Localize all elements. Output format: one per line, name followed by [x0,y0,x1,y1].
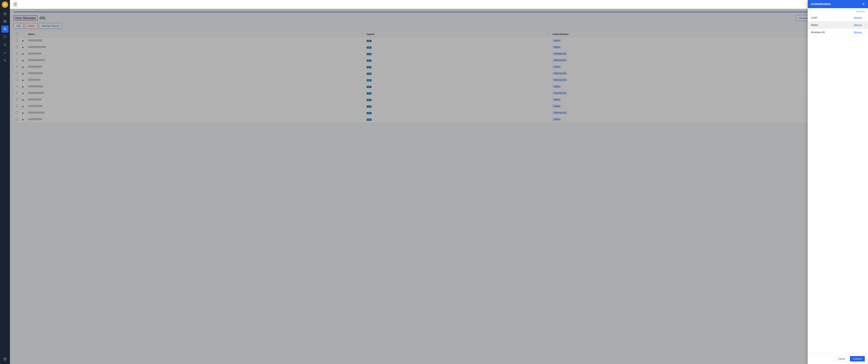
fullname-label: Fullname [808,8,868,14]
row-expand-button[interactable]: ▶ [22,39,24,42]
row-checkbox-cell [14,103,20,109]
row-expand-button[interactable]: ▶ [22,92,24,95]
sidebar-item-grid[interactable] [1,18,8,25]
auth-type-badge: Native [552,118,561,121]
auth-list-item-windows-ad[interactable]: Windows AD Remove › [808,29,868,36]
row-checkbox[interactable] [16,59,18,61]
row-name-cell [26,37,365,44]
row-name-cell [26,90,365,96]
row-checkbox[interactable] [16,98,18,101]
row-checkbox[interactable] [16,72,18,74]
cancel-button[interactable]: Cancel [835,356,848,362]
auth-list: LDAP Remove › Native Remove › Windows AD… [808,14,868,36]
row-checkbox[interactable] [16,65,18,68]
auth-type-badge: Windows AD [552,111,567,114]
row-checkbox[interactable] [16,118,18,120]
svg-line-16 [5,45,6,46]
row-expand-button[interactable]: ▶ [22,66,24,68]
manage-reports-button[interactable]: Manage Reports [39,23,62,29]
row-expand-button[interactable]: ▶ [22,118,24,121]
row-expand-button[interactable]: ▶ [22,99,24,101]
row-name-cell [26,51,365,57]
row-name-cell [26,77,365,83]
auth-list-item-ldap[interactable]: LDAP Remove › [808,14,868,22]
toolbar-row: Edit Delete Manage Reports [13,23,864,29]
name-sort-icon[interactable]: ↑ [36,33,37,35]
row-agents-cell: SAP [365,64,550,70]
auth-item-remove-link[interactable]: Remove [854,16,862,19]
agents-column-header: Agents ≡ [365,31,550,37]
row-checkbox[interactable] [16,52,18,55]
row-name-text [28,66,42,68]
row-expand-button[interactable]: ▶ [22,46,24,48]
row-expand-cell: ▶ [20,64,26,70]
sidebar-item-chart[interactable] [1,49,8,56]
row-expand-cell: ▶ [20,37,26,44]
row-expand-button[interactable]: ▶ [22,86,24,88]
continue-button[interactable]: Continue [850,356,865,362]
authentication-label: Authentication [552,33,568,35]
auth-type-badge: Native [552,65,561,68]
auth-type-badge: Windows AD [552,92,567,95]
edit-button[interactable]: Edit [13,23,23,29]
row-checkbox[interactable] [16,46,18,48]
row-agents-cell: SAP [365,90,550,96]
sap-icon: SAP [367,79,371,81]
row-expand-cell: ▶ [20,51,26,57]
svg-rect-11 [4,22,5,23]
sidebar-item-tag[interactable] [1,33,8,40]
logo[interactable] [2,1,8,8]
chevron-right-icon: › [864,31,865,34]
auth-item-remove-link[interactable]: Remove [854,31,862,34]
sidebar-item-settings[interactable] [1,356,8,363]
row-checkbox-cell [14,109,20,116]
row-agents-cell: SAP [365,96,550,103]
auth-item-remove-link[interactable]: Remove [854,24,862,26]
row-checkbox[interactable] [16,92,18,94]
row-checkbox[interactable] [16,111,18,114]
page-title-link[interactable]: User Manager [13,15,37,21]
sap-icon: SAP [367,86,371,88]
row-checkbox[interactable] [16,39,18,41]
table-row: ▶ SAP Native [14,37,864,44]
sidebar-item-users[interactable] [1,26,8,33]
sap-icon: SAP [367,46,371,48]
sap-icon: SAP [367,53,371,55]
row-checkbox[interactable] [16,78,18,81]
row-name-text [28,53,41,55]
row-checkbox[interactable] [16,105,18,107]
svg-line-6 [6,5,6,6]
row-expand-button[interactable]: ▶ [22,59,24,62]
sidebar-item-chart2[interactable] [1,57,8,64]
sap-icon: SAP [367,92,371,95]
auth-item-name: LDAP [811,16,854,19]
select-all-checkbox[interactable] [16,33,18,35]
row-expand-button[interactable]: ▶ [22,105,24,108]
svg-point-0 [4,4,6,5]
select-all-col [14,31,20,37]
sidebar-item-home[interactable] [1,10,8,17]
row-name-text [28,59,45,61]
table-row: ▶ SAP Native [14,64,864,70]
row-expand-button[interactable]: ▶ [22,79,24,81]
name-filter-icon[interactable]: ≡ [362,33,363,35]
hamburger-button[interactable]: ☰ [13,2,17,7]
row-name-cell [26,109,365,116]
row-agents-cell: SAP [365,70,550,77]
row-expand-button[interactable]: ▶ [22,112,24,114]
chevron-right-icon: › [864,16,865,19]
sidebar-item-search[interactable] [1,41,8,48]
table-body: ▶ SAP Native ▶ SAP [14,37,864,123]
auth-list-item-native[interactable]: Native Remove › [808,22,868,29]
auth-panel-close-button[interactable]: ✕ [862,2,865,6]
table-container: Name ↑ ≡ Agents ≡ Authentication ≡ [13,31,864,123]
row-name-cell [26,44,365,51]
row-expand-button[interactable]: ▶ [22,72,24,75]
agents-filter-icon[interactable]: ≡ [548,33,549,35]
delete-button[interactable]: Delete [25,23,38,29]
row-expand-button[interactable]: ▶ [22,53,24,55]
row-agents-cell: SAP [365,77,550,83]
table-row: ▶ SAP Windows AD [14,51,864,57]
row-checkbox[interactable] [16,85,18,88]
sap-icon: SAP [367,66,371,68]
